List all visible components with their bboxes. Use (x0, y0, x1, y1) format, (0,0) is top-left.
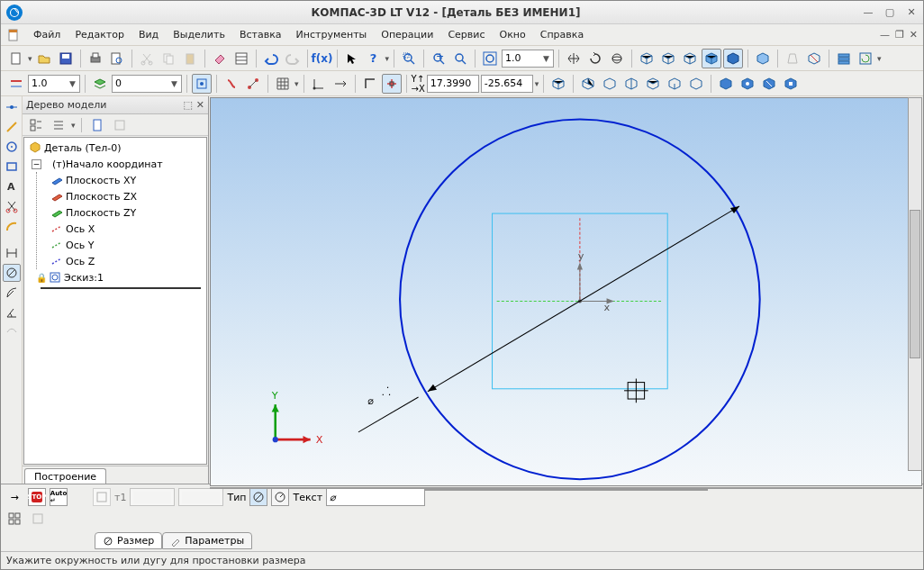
zoom-fit-button[interactable] (480, 49, 500, 68)
solid-1-button[interactable] (716, 74, 736, 94)
copy-button[interactable] (159, 49, 178, 68)
cube-1-button[interactable] (548, 74, 568, 94)
style-combo[interactable]: ▼ (28, 75, 80, 93)
drawing-canvas[interactable]: y x ⌀ . . . (210, 97, 922, 486)
collapse-icon[interactable]: − (32, 159, 41, 169)
tab-params[interactable]: Параметры (162, 532, 252, 549)
pin-icon[interactable]: ⬚ (183, 99, 192, 111)
pan-button[interactable] (564, 49, 584, 68)
tree-axis-y[interactable]: Ось Y (37, 237, 206, 253)
minimize-button[interactable]: — (862, 6, 874, 19)
prop-type-diameter[interactable] (249, 488, 267, 506)
geom-arc-button[interactable] (3, 217, 21, 235)
menu-window[interactable]: Окно (494, 27, 531, 42)
print-button[interactable] (86, 49, 105, 68)
prop-text-value[interactable] (330, 492, 420, 503)
maximize-button[interactable]: ▢ (883, 6, 896, 19)
mdi-close-button[interactable]: ✕ (910, 29, 918, 41)
cube-7-button[interactable] (686, 74, 706, 94)
menu-tools[interactable]: Инструменты (291, 27, 373, 42)
view-iso-button[interactable] (637, 49, 657, 68)
undo-button[interactable] (261, 49, 281, 68)
grid-button[interactable] (273, 74, 293, 94)
tree-view-button[interactable] (26, 115, 46, 135)
help-button[interactable]: ? (364, 49, 384, 68)
geom-text-button[interactable]: A (3, 177, 21, 195)
style-value[interactable] (32, 77, 66, 89)
orient-button[interactable] (192, 74, 212, 94)
coord-right-button[interactable] (331, 74, 350, 94)
tree-prop-button[interactable] (110, 115, 130, 135)
save-button[interactable] (56, 49, 76, 68)
menu-operations[interactable]: Операции (376, 27, 439, 42)
doc-menu-icon[interactable] (6, 28, 21, 42)
geom-cut-button[interactable] (3, 197, 21, 215)
scrollbar-v[interactable] (908, 97, 922, 471)
menu-view[interactable]: Вид (133, 27, 164, 42)
width-value[interactable] (115, 77, 168, 89)
close-button[interactable]: ✕ (905, 6, 918, 19)
solid-2-button[interactable] (738, 74, 757, 94)
prop-type-radius[interactable] (271, 488, 289, 506)
scrollbar-h[interactable] (210, 487, 922, 489)
tree-list-button[interactable] (49, 115, 68, 135)
prop-arrow-button[interactable]: → (5, 487, 24, 507)
cube-2-button[interactable] (578, 74, 598, 94)
tree-axis-x[interactable]: Ось X (37, 221, 206, 237)
solid-3-button[interactable] (759, 74, 779, 94)
paste-button[interactable] (180, 49, 200, 68)
tree-axis-z[interactable]: Ось Z (37, 253, 206, 269)
cut-button[interactable] (137, 49, 157, 68)
view-shaded-button[interactable] (723, 49, 743, 68)
orbit-button[interactable] (607, 49, 627, 68)
zoom-value[interactable] (505, 52, 539, 64)
geom-circle-button[interactable] (3, 138, 21, 156)
menu-select[interactable]: Выделить (168, 27, 231, 42)
preview-button[interactable] (107, 49, 127, 68)
snap-mid-button[interactable] (243, 74, 263, 94)
tree-body[interactable]: Деталь (Тел-0) − (т)Начало координат Пло… (23, 137, 207, 465)
fx-button[interactable]: f(x) (313, 49, 332, 68)
menu-editor[interactable]: Редактор (69, 27, 130, 42)
cube-3-button[interactable] (600, 74, 620, 94)
cube-6-button[interactable] (665, 74, 684, 94)
menu-insert[interactable]: Вставка (234, 27, 287, 42)
perspective-button[interactable] (783, 49, 802, 68)
zoom-window-button[interactable] (399, 49, 419, 68)
snap-end-button[interactable] (222, 74, 241, 94)
dim-angle-button[interactable] (3, 303, 21, 321)
cube-4-button[interactable] (621, 74, 641, 94)
prop-grid-button[interactable] (5, 509, 24, 529)
open-button[interactable] (34, 49, 54, 68)
menu-help[interactable]: Справка (535, 27, 589, 42)
view-normal-button[interactable] (702, 49, 721, 68)
ortho-button[interactable] (360, 74, 380, 94)
tree-doc-button[interactable] (87, 115, 107, 135)
dim-arc-button[interactable] (3, 323, 21, 341)
zoom-combo[interactable]: ▼ (502, 50, 554, 68)
panel-close-icon[interactable]: ✕ (196, 99, 204, 111)
menu-file[interactable]: Файл (28, 27, 66, 42)
layers-button[interactable] (834, 49, 854, 68)
mdi-minimize-button[interactable]: — (880, 29, 890, 41)
zoom-out-button[interactable] (450, 49, 470, 68)
tree-root[interactable]: Деталь (Тел-0) (24, 140, 206, 156)
tree-tab-construction[interactable]: Построение (24, 468, 106, 484)
tree-plane-xy[interactable]: Плоскость XY (37, 172, 206, 188)
prop-stop-button[interactable]: STOP (28, 488, 46, 506)
display-wireframe-button[interactable] (753, 49, 773, 68)
section-button[interactable] (804, 49, 824, 68)
tree-plane-zy[interactable]: Плоскость ZY (37, 204, 206, 221)
geom-point-button[interactable] (3, 98, 21, 116)
coord-x-field[interactable] (427, 75, 479, 93)
linetype-button[interactable] (6, 74, 26, 94)
snap-button[interactable] (382, 74, 402, 94)
dim-linear-button[interactable] (3, 244, 21, 262)
dim-radius-button[interactable] (3, 284, 21, 302)
prop-text-field[interactable] (326, 488, 425, 506)
cube-5-button[interactable] (643, 74, 663, 94)
properties-button[interactable] (231, 49, 251, 68)
tree-origin[interactable]: − (т)Начало координат (24, 156, 206, 172)
tree-sketch[interactable]: 🔒 Эскиз:1 (24, 269, 206, 285)
mdi-restore-button[interactable]: ❐ (895, 29, 904, 41)
